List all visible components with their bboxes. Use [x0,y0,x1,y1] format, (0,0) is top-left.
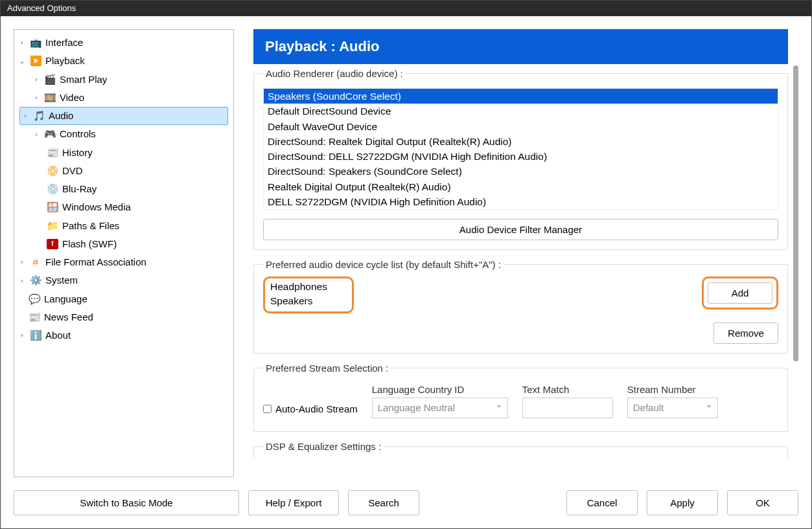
audio-device-row[interactable]: DirectSound: Speakers (SoundCore Select) [264,164,778,179]
text-match-input[interactable] [522,398,613,418]
tree-item-about[interactable]: › ℹ️ About [14,326,233,344]
content-row: › 📺 Interface ⌄ ▶️ Playback › 🎬 Smart Pl… [1,16,811,484]
folder-icon: 📁 [47,221,58,231]
tree-label: DVD [62,163,83,179]
audio-device-row[interactable]: DirectSound: Realtek Digital Output (Rea… [264,134,778,149]
tree-item-bluray[interactable]: 💿 Blu-Ray [14,180,233,198]
tree-item-system[interactable]: › ⚙️ System [14,271,233,289]
dvd-icon: 📀 [47,166,58,176]
language-icon: 💬 [29,294,40,304]
window-body: › 📺 Interface ⌄ ▶️ Playback › 🎬 Smart Pl… [1,16,811,528]
tree-label: File Format Association [45,254,146,271]
auto-audio-stream-checkbox[interactable]: Auto-Audio Stream [263,403,358,414]
audio-icon: 🎵 [33,111,45,121]
audio-device-row[interactable]: Speakers (SoundCore Select) [264,89,778,104]
tree-label: Playback [45,52,85,69]
tree-label: About [45,327,71,344]
tree-item-controls[interactable]: › 🎮 Controls [14,125,233,143]
main-panel: Playback : Audio Audio Renderer (audio d… [253,29,798,477]
window: Advanced Options › 📺 Interface ⌄ ▶️ Play… [0,0,812,529]
preferred-stream-legend: Preferred Stream Selection : [263,363,391,374]
auto-audio-stream-label: Auto-Audio Stream [275,403,358,414]
tree-item-video[interactable]: › 🎞️ Video [14,89,233,107]
tree-label: Flash (SWF) [62,236,117,253]
tree-label: News Feed [44,309,93,326]
page-title: Playback : Audio [253,29,788,64]
language-country-id-label: Language Country ID [372,384,508,395]
remove-button[interactable]: Remove [713,322,778,344]
news-icon: 📰 [29,312,40,322]
apply-button[interactable]: Apply [647,490,718,515]
tree-item-smart-play[interactable]: › 🎬 Smart Play [14,71,233,89]
stream-number-label: Stream Number [627,384,718,395]
add-button[interactable]: Add [708,282,772,304]
tree-label: Paths & Files [62,218,119,234]
chevron-right-icon[interactable]: › [18,37,26,49]
help-export-button[interactable]: Help / Export [248,490,339,515]
preferred-stream-group: Preferred Stream Selection : Auto-Audio … [253,363,788,432]
auto-audio-stream-input[interactable] [263,405,272,413]
tree-label: Blu-Ray [62,181,97,197]
flash-icon: f [47,239,58,249]
tree-item-dvd[interactable]: 📀 DVD [14,162,233,180]
audio-renderer-group: Audio Renderer (audio device) : Speakers… [253,68,788,250]
search-button[interactable]: Search [348,490,419,515]
file-format-icon: # [30,257,41,267]
ok-button[interactable]: OK [727,490,798,515]
controls-icon: 🎮 [44,129,56,139]
tree-item-flash[interactable]: f Flash (SWF) [14,235,233,253]
info-icon: ℹ️ [30,330,41,341]
tree-item-windows-media[interactable]: 🪟 Windows Media [14,198,233,216]
tree-label: Controls [60,126,96,142]
tree-item-language[interactable]: 💬 Language [14,290,233,308]
tree-item-paths-files[interactable]: 📁 Paths & Files [14,217,233,235]
audio-device-row[interactable]: DELL S2722DGM (NVIDIA High Definition Au… [264,194,778,209]
audio-device-row[interactable]: Default DirectSound Device [264,104,778,118]
smart-play-icon: 🎬 [44,74,56,85]
vertical-scrollbar[interactable] [793,65,798,361]
audio-device-row[interactable]: Realtek Digital Output (Realtek(R) Audio… [264,179,778,194]
tree-item-news-feed[interactable]: 📰 News Feed [14,308,233,326]
chevron-right-icon[interactable]: › [18,330,26,341]
tree-label: Audio [49,107,73,124]
titlebar: Advanced Options [1,1,811,16]
history-icon: 📰 [47,148,58,158]
interface-icon: 📺 [30,38,41,48]
play-icon: ▶️ [30,56,41,66]
tree-label: Smart Play [60,71,107,88]
tree-item-playback[interactable]: ⌄ ▶️ Playback [14,52,233,70]
bluray-icon: 💿 [47,184,58,194]
sidebar-tree[interactable]: › 📺 Interface ⌄ ▶️ Playback › 🎬 Smart Pl… [14,29,234,477]
footer: Switch to Basic Mode Help / Export Searc… [1,484,811,528]
audio-device-filter-manager-button[interactable]: Audio Device Filter Manager [263,219,778,240]
tree-item-interface[interactable]: › 📺 Interface [14,34,233,52]
audio-device-list[interactable]: Speakers (SoundCore Select) Default Dire… [263,88,778,210]
chevron-right-icon[interactable]: › [18,256,26,268]
chevron-right-icon[interactable]: › [18,275,26,287]
chevron-right-icon[interactable]: › [32,129,40,141]
language-country-id-select[interactable] [372,398,508,418]
tree-label: Video [60,89,84,106]
gear-icon: ⚙️ [30,275,41,286]
chevron-right-icon[interactable]: › [21,110,29,122]
tree-item-file-format[interactable]: › # File Format Association [14,253,233,271]
video-icon: 🎞️ [44,93,56,103]
switch-to-basic-mode-button[interactable]: Switch to Basic Mode [14,490,239,515]
audio-device-row[interactable]: Default WaveOut Device [264,119,778,134]
tree-label: History [62,144,93,161]
tree-item-history[interactable]: 📰 History [14,144,233,162]
cycle-list[interactable]: Headphones Speakers [263,276,354,313]
audio-device-row[interactable]: DirectSound: DELL S2722DGM (NVIDIA High … [264,149,778,164]
cycle-list-group: Preferred audio device cycle list (by de… [253,259,788,354]
cycle-list-item[interactable]: Headphones [270,280,347,294]
stream-number-select[interactable] [627,398,718,418]
window-title: Advanced Options [7,3,76,13]
chevron-right-icon[interactable]: › [32,74,40,85]
chevron-down-icon[interactable]: ⌄ [18,56,26,67]
tree-item-audio[interactable]: › 🎵 Audio [19,107,228,125]
cycle-list-item[interactable]: Speakers [270,294,347,308]
dsp-equalizer-group: DSP & Equalizer Settings : [253,441,788,458]
cancel-button[interactable]: Cancel [566,490,638,515]
chevron-right-icon[interactable]: › [32,92,40,104]
audio-renderer-legend: Audio Renderer (audio device) : [263,68,406,79]
